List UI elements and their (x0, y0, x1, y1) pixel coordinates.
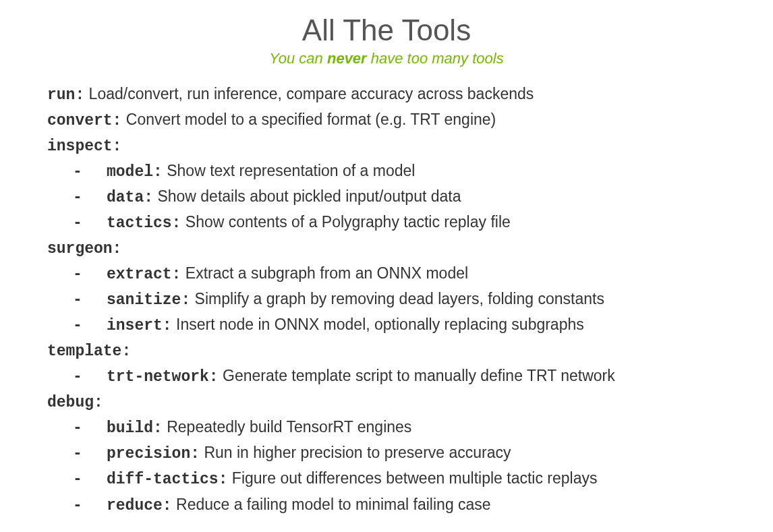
dash-icon: - (73, 314, 107, 337)
sub-name-extract: extract: (107, 266, 181, 283)
dash-icon: - (73, 186, 107, 209)
dash-icon: - (73, 417, 107, 440)
sub-desc-trtnetwork: Generate template script to manually def… (219, 367, 615, 384)
template-sublist: - trt-network: Generate template script … (47, 364, 726, 388)
surgeon-insert: - insert: Insert node in ONNX model, opt… (73, 313, 726, 337)
slide-subtitle: You can never have too many tools (47, 50, 726, 67)
dash-icon: - (73, 468, 107, 491)
dash-icon: - (73, 289, 107, 312)
sub-name-precision: precision: (107, 445, 200, 463)
debug-build: - build: Repeatedly build TensorRT engin… (73, 415, 726, 440)
sub-desc-tactics: Show contents of a Polygraphy tactic rep… (181, 213, 510, 231)
sub-name-difftactics: diff-tactics: (107, 471, 227, 488)
surgeon-sublist: - extract: Extract a subgraph from an ON… (47, 262, 726, 337)
sub-desc-reduce: Reduce a failing model to minimal failin… (172, 496, 491, 513)
content-area: run: Load/convert, run inference, compar… (47, 82, 726, 517)
template-trtnetwork: - trt-network: Generate template script … (73, 364, 726, 388)
debug-difftactics: - diff-tactics: Figure out differences b… (73, 467, 726, 491)
inspect-model: - model: Show text representation of a m… (73, 159, 726, 183)
sub-name-insert: insert: (107, 317, 172, 334)
inspect-sublist: - model: Show text representation of a m… (47, 159, 726, 235)
sub-name-model: model: (107, 163, 163, 181)
debug-precision: - precision: Run in higher precision to … (73, 441, 726, 465)
tool-desc-convert: Convert model to a specified format (e.g… (121, 111, 496, 128)
dash-icon: - (73, 494, 107, 517)
tool-name-inspect: inspect: (47, 138, 121, 155)
sub-name-trtnetwork: trt-network: (107, 368, 219, 386)
tool-inspect: inspect: (47, 134, 726, 158)
inspect-data: - data: Show details about pickled input… (73, 185, 726, 209)
dash-icon: - (73, 212, 107, 235)
surgeon-sanitize: - sanitize: Simplify a graph by removing… (73, 287, 726, 312)
subtitle-emphasis: never (327, 50, 367, 67)
tool-convert: convert: Convert model to a specified fo… (47, 108, 726, 132)
subtitle-pre: You can (269, 50, 327, 67)
subtitle-post: have too many tools (367, 50, 504, 67)
sub-desc-build: Repeatedly build TensorRT engines (163, 418, 412, 436)
dash-icon: - (73, 160, 107, 183)
sub-desc-insert: Insert node in ONNX model, optionally re… (172, 316, 584, 333)
sub-desc-model: Show text representation of a model (163, 162, 416, 179)
tool-template: template: (47, 338, 726, 363)
tool-name-surgeon: surgeon: (47, 240, 121, 258)
sub-desc-precision: Run in higher precision to preserve accu… (200, 444, 511, 461)
tool-run: run: Load/convert, run inference, compar… (47, 82, 726, 107)
debug-sublist: - build: Repeatedly build TensorRT engin… (47, 415, 726, 516)
tool-name-convert: convert: (47, 112, 121, 129)
sub-name-sanitize: sanitize: (107, 291, 190, 309)
sub-name-build: build: (107, 419, 163, 437)
sub-name-data: data: (107, 189, 153, 206)
dash-icon: - (73, 442, 107, 465)
sub-desc-data: Show details about pickled input/output … (153, 187, 461, 205)
sub-name-tactics: tactics: (107, 214, 181, 232)
surgeon-extract: - extract: Extract a subgraph from an ON… (73, 262, 726, 286)
dash-icon: - (73, 263, 107, 286)
tool-name-template: template: (47, 343, 131, 360)
sub-desc-extract: Extract a subgraph from an ONNX model (181, 264, 468, 282)
tool-surgeon: surgeon: (47, 236, 726, 260)
tool-desc-run: Load/convert, run inference, compare acc… (84, 85, 534, 102)
sub-desc-difftactics: Figure out differences between multiple … (227, 469, 597, 487)
tool-name-run: run: (47, 86, 84, 104)
debug-reduce: - reduce: Reduce a failing model to mini… (73, 493, 726, 517)
tool-debug: debug: (47, 390, 726, 414)
dash-icon: - (73, 365, 107, 388)
sub-name-reduce: reduce: (107, 497, 172, 514)
tool-name-debug: debug: (47, 394, 103, 411)
sub-desc-sanitize: Simplify a graph by removing dead layers… (190, 290, 604, 307)
slide-title: All The Tools (47, 13, 726, 47)
inspect-tactics: - tactics: Show contents of a Polygraphy… (73, 210, 726, 235)
